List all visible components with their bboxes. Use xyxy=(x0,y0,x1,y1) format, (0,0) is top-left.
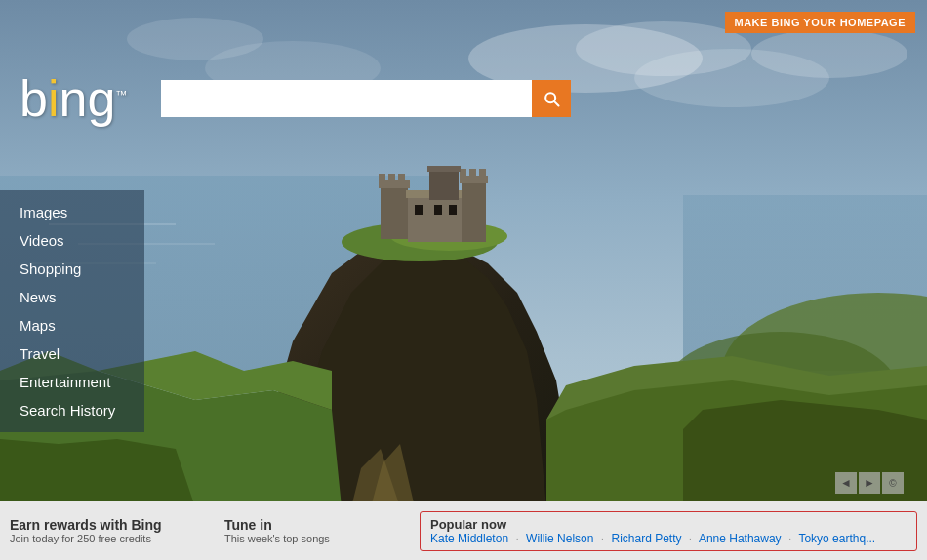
svg-rect-36 xyxy=(462,180,486,242)
sidebar-item-shopping[interactable]: Shopping xyxy=(0,255,144,283)
popular-item-5[interactable]: Tokyo earthq... xyxy=(798,532,875,545)
earn-subtitle: Join today for 250 free credits xyxy=(10,533,205,544)
svg-point-4 xyxy=(751,29,907,78)
svg-rect-27 xyxy=(379,180,410,188)
svg-rect-38 xyxy=(460,169,466,177)
search-button[interactable] xyxy=(532,80,571,117)
svg-rect-34 xyxy=(434,205,442,215)
bottom-bar: Earn rewards with Bing Join today for 25… xyxy=(0,501,927,560)
sidebar-item-travel[interactable]: Travel xyxy=(0,340,144,368)
svg-rect-41 xyxy=(429,171,459,200)
search-container xyxy=(161,80,571,117)
popular-item-1[interactable]: Kate Middleton xyxy=(430,532,508,545)
popular-item-3[interactable]: Richard Petty xyxy=(611,532,681,545)
svg-rect-37 xyxy=(460,176,488,183)
svg-rect-31 xyxy=(408,195,462,242)
svg-rect-26 xyxy=(381,185,408,239)
svg-rect-28 xyxy=(379,174,385,181)
popular-item-2[interactable]: Willie Nelson xyxy=(526,532,593,545)
bottom-tunein-section: Tune in This week's top songs xyxy=(215,517,410,544)
svg-marker-24 xyxy=(0,439,195,507)
svg-rect-35 xyxy=(449,205,457,215)
sidebar-item-images[interactable]: Images xyxy=(0,198,144,226)
svg-rect-30 xyxy=(398,174,405,181)
sidebar-item-maps[interactable]: Maps xyxy=(0,311,144,340)
sidebar-item-news[interactable]: News xyxy=(0,283,144,311)
sidebar-item-entertainment[interactable]: Entertainment xyxy=(0,368,144,396)
next-arrow[interactable]: ► xyxy=(859,472,880,494)
left-nav: Images Videos Shopping News Maps Travel … xyxy=(0,190,144,432)
copyright-icon: © xyxy=(882,472,904,494)
sidebar-item-search-history[interactable]: Search History xyxy=(0,396,144,424)
bing-logo[interactable]: bing™ xyxy=(20,73,127,124)
homepage-banner[interactable]: MAKE BING YOUR HOMEPAGE xyxy=(725,12,916,33)
search-input[interactable] xyxy=(161,80,532,117)
nav-arrows: ◄ ► © xyxy=(835,472,904,494)
sidebar-item-videos[interactable]: Videos xyxy=(0,226,144,255)
tunein-subtitle: This week's top songs xyxy=(224,533,400,544)
dot-sep-2: · xyxy=(601,532,604,545)
popular-items: Kate Middleton · Willie Nelson · Richard… xyxy=(430,532,907,545)
dot-sep-1: · xyxy=(515,532,518,545)
search-icon xyxy=(542,89,561,108)
svg-rect-33 xyxy=(415,205,423,215)
svg-rect-40 xyxy=(479,169,486,177)
bottom-popular-section: Popular now Kate Middleton · Willie Nels… xyxy=(420,511,917,551)
earn-title[interactable]: Earn rewards with Bing xyxy=(10,517,205,533)
prev-arrow[interactable]: ◄ xyxy=(835,472,857,494)
svg-rect-29 xyxy=(388,174,395,181)
tunein-title[interactable]: Tune in xyxy=(224,517,400,533)
svg-rect-39 xyxy=(469,169,476,177)
dot-sep-4: · xyxy=(788,532,791,545)
popular-item-4[interactable]: Anne Hathaway xyxy=(699,532,782,545)
logo-area: bing™ xyxy=(20,73,127,124)
dot-sep-3: · xyxy=(689,532,692,545)
bottom-earn-section: Earn rewards with Bing Join today for 25… xyxy=(0,517,215,544)
svg-rect-42 xyxy=(427,166,461,172)
popular-title: Popular now xyxy=(430,517,907,532)
